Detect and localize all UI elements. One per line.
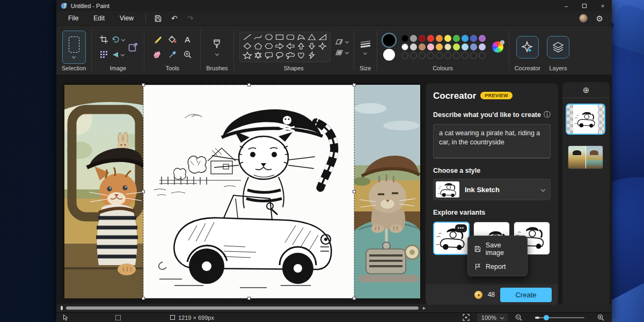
shape-polygon[interactable] xyxy=(296,33,306,43)
rotate-button[interactable] xyxy=(112,36,125,43)
selection-handle-sw[interactable] xyxy=(142,297,145,300)
brush-button[interactable] xyxy=(213,39,221,49)
more-options-icon[interactable]: ••• xyxy=(455,224,467,232)
eyedropper-tool[interactable] xyxy=(169,50,177,58)
shape-line[interactable] xyxy=(243,33,252,43)
zoom-level-dropdown[interactable]: 100% xyxy=(477,313,508,321)
selection-handle-se[interactable] xyxy=(353,297,356,300)
prompt-input[interactable]: a cat wearing a pirate hat, riding a car… xyxy=(433,124,551,158)
selection-handle-s[interactable] xyxy=(247,297,251,300)
selection-tool-button[interactable] xyxy=(62,31,86,64)
menu-file[interactable]: File xyxy=(62,13,85,24)
shape-five-point-star[interactable] xyxy=(243,52,252,61)
zoom-in-icon[interactable] xyxy=(597,314,604,321)
add-layer-button[interactable]: ⊕ xyxy=(562,82,610,98)
layer-thumbnail-1[interactable] xyxy=(566,104,605,135)
palette-colour[interactable] xyxy=(427,35,434,42)
selection-marquee[interactable] xyxy=(143,85,354,298)
shape-right-arrow[interactable] xyxy=(275,42,284,52)
layer-thumbnail-2[interactable] xyxy=(568,145,603,169)
palette-empty-slot[interactable] xyxy=(462,52,469,59)
shape-rounded-rectangle[interactable] xyxy=(286,33,295,43)
shape-hexagon[interactable] xyxy=(264,42,274,52)
palette-colour[interactable] xyxy=(436,35,443,42)
palette-colour[interactable] xyxy=(462,43,469,50)
shape-heart[interactable] xyxy=(296,52,306,61)
mosaic-select-button[interactable] xyxy=(100,51,107,58)
cocreator-button[interactable] xyxy=(516,36,539,58)
shape-up-arrow[interactable] xyxy=(296,42,306,52)
palette-empty-slot[interactable] xyxy=(470,52,477,59)
selection-handle-w[interactable] xyxy=(142,190,145,193)
titlebar[interactable]: Untitled - Paint – × xyxy=(56,0,612,11)
account-avatar[interactable] xyxy=(579,14,588,23)
palette-colour[interactable] xyxy=(479,35,486,42)
shape-diamond[interactable] xyxy=(243,42,252,52)
zoom-slider-knob[interactable] xyxy=(544,315,549,320)
palette-colour[interactable] xyxy=(444,43,451,50)
create-button[interactable]: Create xyxy=(500,288,552,302)
shape-down-arrow[interactable] xyxy=(307,42,317,52)
selection-handle-nw[interactable] xyxy=(142,83,145,86)
palette-colour[interactable] xyxy=(419,35,426,42)
scroll-right-arrow-icon[interactable]: ▸ xyxy=(423,305,426,311)
variant-thumbnail-1[interactable]: ••• xyxy=(433,222,470,255)
shape-curve[interactable] xyxy=(253,33,263,43)
palette-colour[interactable] xyxy=(436,43,443,50)
palette-colour[interactable] xyxy=(470,43,477,50)
background-colour[interactable] xyxy=(383,49,395,61)
magnifier-tool[interactable] xyxy=(184,50,192,58)
size-button[interactable] xyxy=(360,40,371,48)
shape-oval-callout[interactable] xyxy=(275,52,284,61)
palette-empty-slot[interactable] xyxy=(427,52,434,59)
zoom-slider[interactable] xyxy=(535,317,584,318)
palette-colour[interactable] xyxy=(427,43,434,50)
palette-colour[interactable] xyxy=(444,35,451,42)
palette-colour[interactable] xyxy=(453,35,460,42)
shape-rounded-callout[interactable] xyxy=(264,52,274,61)
save-image-menu-item[interactable]: Save image xyxy=(468,238,527,260)
shape-six-point-star[interactable] xyxy=(253,52,263,61)
palette-colour[interactable] xyxy=(453,43,460,50)
edit-colours-wheel[interactable] xyxy=(492,41,503,53)
palette-colour[interactable] xyxy=(462,35,469,42)
close-button[interactable]: × xyxy=(594,0,612,11)
menu-view[interactable]: View xyxy=(113,13,140,24)
fit-to-screen-icon[interactable] xyxy=(463,314,470,321)
menu-edit[interactable]: Edit xyxy=(87,13,111,24)
pencil-tool[interactable] xyxy=(153,35,162,43)
settings-gear-icon[interactable]: ⚙ xyxy=(596,14,603,23)
info-icon[interactable]: ⓘ xyxy=(544,110,551,120)
report-menu-item[interactable]: Report xyxy=(468,260,527,274)
shape-outline-button[interactable] xyxy=(335,39,348,45)
crop-button[interactable] xyxy=(100,35,108,43)
palette-empty-slot[interactable] xyxy=(401,52,408,59)
shape-lightning[interactable] xyxy=(307,52,317,61)
shape-four-point-star[interactable] xyxy=(318,42,327,52)
scrollbar-thumb[interactable] xyxy=(66,306,419,310)
layers-button[interactable] xyxy=(547,36,569,58)
palette-empty-slot[interactable] xyxy=(479,52,486,59)
selection-handle-ne[interactable] xyxy=(353,83,356,86)
flip-button[interactable] xyxy=(112,52,124,58)
redo-button[interactable]: ↷ xyxy=(184,13,197,24)
maximize-button[interactable] xyxy=(575,0,594,11)
shape-rectangle[interactable] xyxy=(275,33,284,43)
palette-empty-slot[interactable] xyxy=(436,52,443,59)
undo-button[interactable]: ↶ xyxy=(167,13,181,24)
palette-empty-slot[interactable] xyxy=(453,52,460,59)
palette-empty-slot[interactable] xyxy=(419,52,426,59)
palette-colour[interactable] xyxy=(410,43,417,50)
zoom-out-icon[interactable] xyxy=(515,314,522,321)
palette-colour[interactable] xyxy=(401,43,408,50)
selection-handle-e[interactable] xyxy=(353,190,356,193)
canvas[interactable] xyxy=(64,85,420,298)
selection-handle-n[interactable] xyxy=(247,83,251,86)
save-button[interactable] xyxy=(151,13,165,24)
eraser-tool[interactable] xyxy=(153,51,162,58)
palette-colour[interactable] xyxy=(401,35,408,42)
palette-colour[interactable] xyxy=(470,35,477,42)
style-dropdown[interactable]: Ink Sketch xyxy=(433,179,551,200)
palette-empty-slot[interactable] xyxy=(410,52,417,59)
text-tool[interactable]: A xyxy=(185,35,190,44)
